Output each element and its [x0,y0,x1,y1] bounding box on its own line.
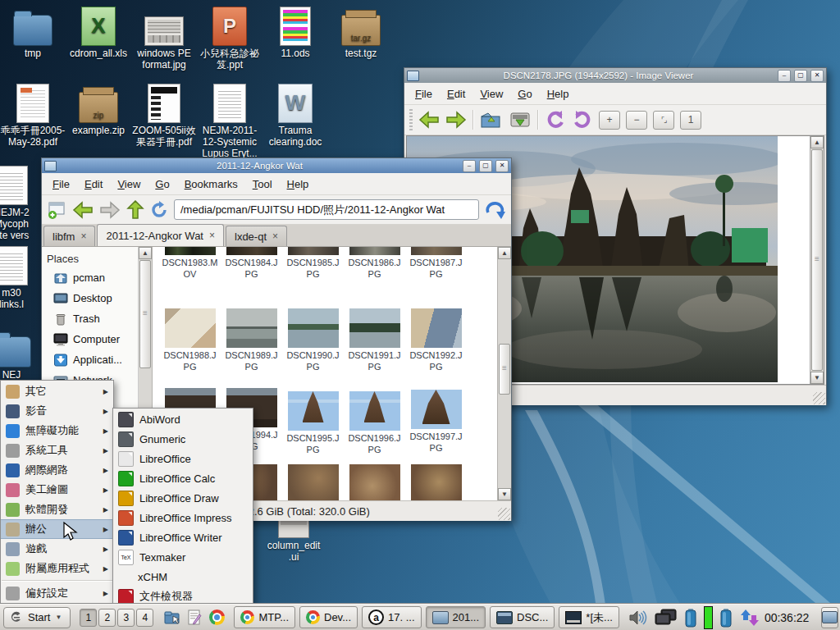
battery-icon[interactable] [719,608,733,628]
file-item[interactable]: DSCN1988.JPG [159,308,221,373]
forward-icon[interactable] [445,111,467,129]
scrollbar-thumb[interactable] [139,260,151,368]
desktop-icon-item[interactable]: windows PE format.jpg [131,5,197,71]
minimize-button[interactable]: – [463,160,476,172]
file-item[interactable]: DSCN1996.JPG [344,388,405,456]
close-button[interactable]: ✕ [495,160,509,172]
back-icon[interactable] [72,201,94,219]
task-button[interactable]: *[未... [559,606,619,628]
battery-icon[interactable] [684,608,697,628]
file-item[interactable]: DSCN1992.JPG [405,308,467,373]
menu-help[interactable]: Help [540,88,577,100]
launcher-chrome[interactable] [207,608,226,628]
desktop-icon-item[interactable]: NEJM-2 Mycoph ate vers [0,164,44,241]
indicator-bar[interactable] [704,606,713,629]
menu-tool[interactable]: Tool [245,178,280,190]
viewer-vertical-scrollbar[interactable]: ▲ ▼ [810,136,824,384]
scroll-up-arrow[interactable]: ▲ [498,247,511,259]
menu-go[interactable]: Go [148,178,176,190]
file-item[interactable]: DSCN1989.JPG [221,308,282,373]
files-scrollbar[interactable]: ▲ ▼ [497,247,511,500]
start-button[interactable]: Start ▼ [3,607,71,628]
scroll-down-arrow[interactable]: ▼ [498,488,511,500]
scroll-up-arrow[interactable]: ▲ [139,247,152,259]
submenu-item[interactable]: TeXTexmaker [113,547,253,567]
workspace-4[interactable]: 4 [136,609,153,627]
up-icon[interactable] [126,200,144,220]
menu-view[interactable]: View [110,178,148,190]
file-item[interactable] [344,464,405,500]
workspace-2[interactable]: 2 [98,609,116,627]
sidebar-item-Applicati...[interactable]: Applicati... [42,349,138,370]
start-menu-item[interactable]: 偏好設定▶ [1,583,113,603]
desktop-icon-item[interactable]: tar.gztest.tgz [328,5,394,60]
sidebar-item-Computer[interactable]: Computer [42,329,138,349]
scroll-down-arrow[interactable]: ▼ [810,372,824,384]
desktop-icon-item[interactable]: zipexample.zip [66,82,131,137]
desktop-icon-item[interactable]: column_edit .ui [257,517,331,564]
maximize-button[interactable]: ▢ [479,160,492,172]
start-menu-item[interactable]: 其它▶ [1,381,113,401]
menu-help[interactable]: Help [280,178,317,190]
toolbar-grip[interactable] [409,109,413,130]
submenu-item[interactable]: LibreOffice Impress [113,508,253,527]
open-folder-icon[interactable] [480,110,503,130]
volume-icon[interactable] [628,609,648,626]
start-menu-item[interactable]: 辦公▶ [1,519,113,539]
minimize-button[interactable]: – [778,70,791,82]
scrollbar-thumb[interactable] [499,344,510,395]
displays-icon[interactable] [655,609,678,627]
sidebar-item-pcman[interactable]: pcman [42,267,138,288]
tab-2011-12-Angkor Wat[interactable]: 2011-12-Angkor Wat× [97,224,224,246]
menu-bookmarks[interactable]: Bookmarks [177,178,245,190]
save-icon[interactable] [509,110,532,130]
fit-window-button[interactable]: ⌜⌟ [653,111,674,130]
task-button[interactable]: DSC... [490,606,555,628]
start-menu-item[interactable]: 系統工具▶ [1,441,113,460]
submenu-item[interactable]: xCHM [113,567,253,587]
desktop-icon-item[interactable]: 11.ods [262,5,328,60]
file-item[interactable]: DSCN1990.JPG [282,308,344,373]
scrollbar-thumb[interactable] [811,149,823,371]
refresh-icon[interactable] [150,201,168,219]
tab-libfm[interactable]: libfm× [43,226,95,246]
file-item[interactable] [405,464,467,500]
file-item[interactable]: DSCN1991.JPG [344,308,405,373]
file-item[interactable]: DSCN1985.JPG [282,247,344,281]
file-item[interactable]: DSCN1984.JPG [221,247,282,281]
desktop-icon-item[interactable]: 乖乖手冊2005-May-28.pdf [0,82,66,148]
start-menu-item[interactable]: 無障礙功能▶ [1,421,113,441]
submenu-item[interactable]: LibreOffice Writer [113,527,253,547]
menu-file[interactable]: File [45,178,77,190]
tab-lxde-qt[interactable]: lxde-qt× [226,226,287,246]
resize-grip[interactable] [813,392,825,404]
start-menu-item[interactable]: 軟體開發▶ [1,500,113,519]
new-tab-icon[interactable] [47,201,66,219]
original-size-button[interactable]: 1 [680,111,701,130]
menu-edit[interactable]: Edit [77,178,110,190]
start-menu-item[interactable]: 影音▶ [1,401,113,421]
clock[interactable]: 00:36:22 [765,611,810,624]
maximize-button[interactable]: ▢ [794,70,807,82]
submenu-item[interactable]: LibreOffice Draw [113,488,253,508]
workspace-1[interactable]: 1 [80,609,97,627]
desktop-icon-item[interactable]: NEJ [0,326,44,381]
start-menu-item[interactable]: 附屬應用程式▶ [1,559,113,578]
zoom-in-button[interactable]: + [599,111,620,130]
menu-view[interactable]: View [472,88,510,100]
desktop-icon-item[interactable]: ZOOM-505ii效果器手冊.pdf [131,82,197,148]
submenu-item[interactable]: AbiWord [113,409,253,429]
resize-grip[interactable] [498,508,510,520]
launcher-text-editor[interactable] [185,608,204,628]
desktop-icon-item[interactable]: tmp [0,5,66,60]
menu-file[interactable]: File [408,88,440,100]
tab-close-icon[interactable]: × [80,231,86,242]
start-menu-item[interactable]: 網際網路▶ [1,460,113,480]
zoom-out-button[interactable]: − [626,111,647,130]
file-item[interactable] [282,464,344,500]
go-icon[interactable] [485,199,506,221]
workspace-3[interactable]: 3 [117,609,135,627]
start-menu-item[interactable]: 美工繪圖▶ [1,480,113,500]
sidebar-item-Trash[interactable]: Trash [42,308,138,329]
desktop-icon-item[interactable]: m30 links.l [0,244,44,311]
